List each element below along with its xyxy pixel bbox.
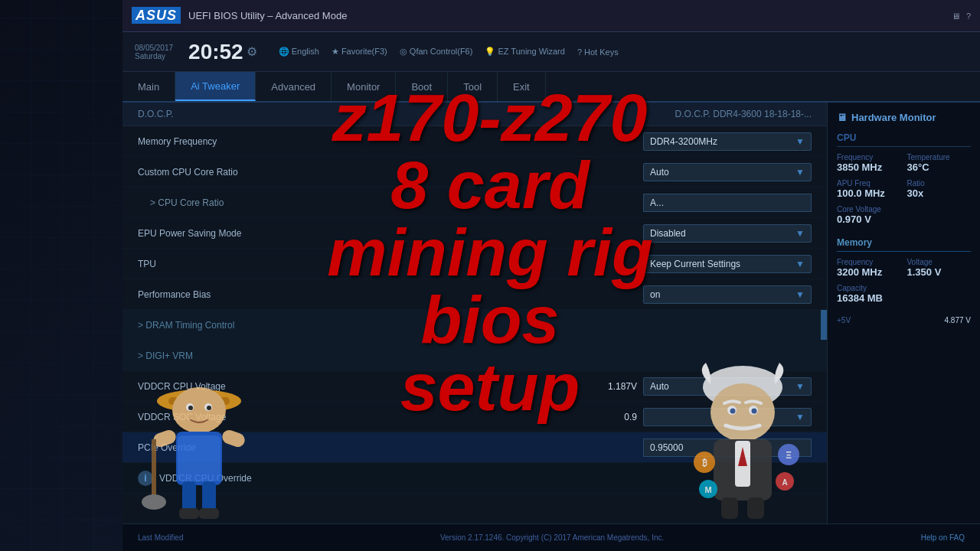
- time-display: 20:52: [188, 41, 243, 63]
- hw-temp-label: Temperature: [907, 153, 972, 161]
- vddcr-override-label: VDDCR CPU Override: [159, 473, 812, 484]
- hw-temp-value: 36°C: [907, 161, 972, 173]
- setting-row-pcie-override: PCIe Override 0.95000: [122, 432, 827, 463]
- docp-value: D.O.C.P. DDR4-3600 18-18-18-...: [675, 109, 812, 119]
- setting-row-dram-timing[interactable]: > DRAM Timing Control: [122, 310, 827, 341]
- setting-row-vddcr-cpu: VDDCR CPU Voltage 1.187V Auto ▼: [122, 371, 827, 402]
- setting-row-vddcr-override: i VDDCR CPU Override: [122, 463, 827, 494]
- datetime-block: 08/05/2017 Saturday: [135, 44, 173, 60]
- day-text: Saturday: [135, 52, 173, 60]
- hw-mem-voltage-value: 1.350 V: [907, 266, 972, 278]
- voltage-item-5v: +5V 4.877 V: [837, 316, 971, 324]
- epu-power-value: Disabled: [650, 228, 686, 239]
- hw-cpu-grid: Frequency 3850 MHz Temperature 36°C APU …: [837, 153, 971, 225]
- last-modified-text: Last Modified: [138, 533, 183, 542]
- perf-bias-dropdown[interactable]: on ▼: [643, 285, 812, 304]
- shortcut-favorite[interactable]: ★ Favorite(F3): [332, 47, 387, 57]
- monitor-icon: 🖥: [952, 11, 960, 21]
- tpu-arrow: ▼: [795, 259, 805, 269]
- tab-exit[interactable]: Exit: [498, 72, 546, 101]
- hw-stat-core-voltage: Core Voltage 0.970 V: [837, 205, 971, 225]
- dram-timing-label: > DRAM Timing Control: [138, 320, 812, 331]
- setting-row-perf-bias: Performance Bias on ▼: [122, 279, 827, 310]
- vddcr-cpu-label: VDDCR CPU Voltage: [138, 381, 608, 392]
- docp-label: D.O.C.P.: [138, 109, 173, 119]
- vddcr-cpu-dropdown-value: Auto: [650, 381, 669, 392]
- tpu-value: Keep Current Settings: [650, 259, 740, 269]
- hw-apu-value: 100.0 MHz: [837, 187, 901, 199]
- hw-core-voltage-value: 0.970 V: [837, 214, 971, 225]
- vddcr-cpu-arrow: ▼: [795, 381, 805, 392]
- faq-link[interactable]: Help on FAQ: [921, 533, 965, 542]
- hw-mem-freq-label: Frequency: [837, 258, 901, 266]
- hw-memory-section: Memory Frequency 3200 MHz Voltage 1.350 …: [837, 237, 971, 304]
- shortcut-hotkeys[interactable]: ? Hot Keys: [577, 47, 619, 57]
- hw-monitor-title-text: Hardware Monitor: [851, 112, 936, 123]
- tab-ai-tweaker[interactable]: Ai Tweaker: [175, 72, 256, 101]
- pcie-override-value: 0.95000: [650, 442, 683, 453]
- hw-voltage-bar: +5V 4.877 V: [837, 316, 971, 324]
- digi-vrm-label: > DIGI+ VRM: [138, 350, 812, 361]
- vddcr-soc-voltage-val: 0.9: [624, 412, 637, 422]
- custom-cpu-core-ratio-dropdown[interactable]: Auto ▼: [643, 163, 812, 181]
- cpu-core-ratio-label: > CPU Core Ratio: [150, 197, 643, 208]
- hw-core-voltage-label: Core Voltage: [837, 205, 971, 214]
- tab-main[interactable]: Main: [122, 72, 175, 101]
- monitor-icon: 🖥: [837, 112, 847, 123]
- datetime-bar: 08/05/2017 Saturday 20:52 ⚙ 🌐 English ★ …: [122, 32, 980, 72]
- setting-row-memory-frequency: Memory Frequency DDR4-3200MHz ▼: [122, 126, 827, 157]
- memory-frequency-value: DDR4-3200MHz: [650, 136, 717, 147]
- hw-stat-mem-capacity: Capacity 16384 MB: [837, 284, 971, 304]
- setting-row-tpu: TPU Keep Current Settings ▼: [122, 249, 827, 279]
- hw-memory-grid: Frequency 3200 MHz Voltage 1.350 V Capac…: [837, 258, 971, 304]
- hw-monitor-panel: 🖥 Hardware Monitor CPU Frequency 3850 MH…: [827, 103, 980, 523]
- epu-power-label: EPU Power Saving Mode: [138, 228, 643, 239]
- bios-title: UEFI BIOS Utility – Advanced Mode: [188, 10, 347, 21]
- nav-tabs: Main Ai Tweaker Advanced Monitor Boot To…: [122, 72, 980, 103]
- gear-icon[interactable]: ⚙: [247, 44, 257, 59]
- memory-frequency-dropdown[interactable]: DDR4-3200MHz ▼: [643, 132, 812, 151]
- hw-apu-label: APU Freq: [837, 179, 901, 187]
- hw-cpu-section: CPU Frequency 3850 MHz Temperature 36°C …: [837, 132, 971, 225]
- shortcut-qfan[interactable]: ◎ Qfan Control(F6): [400, 47, 473, 57]
- hw-stat-ratio: Ratio 30x: [907, 179, 972, 199]
- cpu-core-ratio-input[interactable]: A...: [643, 194, 812, 212]
- hw-stat-mem-voltage: Voltage 1.350 V: [907, 258, 972, 278]
- asus-logo: ASUS: [132, 8, 181, 24]
- setting-row-epu-power: EPU Power Saving Mode Disabled ▼: [122, 218, 827, 249]
- content-area: D.O.C.P. D.O.C.P. DDR4-3600 18-18-18-...…: [122, 103, 980, 523]
- setting-row-vddcr-soc: VDDCR SOC Voltage 0.9 ▼: [122, 402, 827, 432]
- settings-panel: D.O.C.P. D.O.C.P. DDR4-3600 18-18-18-...…: [122, 103, 827, 523]
- hw-mem-freq-value: 3200 MHz: [837, 266, 901, 278]
- vddcr-soc-arrow: ▼: [795, 412, 805, 422]
- tab-advanced[interactable]: Advanced: [256, 72, 332, 101]
- tpu-dropdown[interactable]: Keep Current Settings ▼: [643, 255, 812, 273]
- hw-freq-value: 3850 MHz: [837, 161, 901, 173]
- hw-freq-label: Frequency: [837, 153, 901, 161]
- hw-monitor-title: 🖥 Hardware Monitor: [837, 112, 971, 123]
- vddcr-soc-dropdown[interactable]: ▼: [643, 408, 812, 426]
- hw-ratio-value: 30x: [907, 187, 972, 199]
- vddcr-cpu-dropdown[interactable]: Auto ▼: [643, 377, 812, 396]
- setting-row-custom-cpu-core-ratio: Custom CPU Core Ratio Auto ▼: [122, 157, 827, 187]
- hw-stat-frequency: Frequency 3850 MHz: [837, 153, 901, 173]
- tab-tool[interactable]: Tool: [448, 72, 498, 101]
- epu-power-dropdown[interactable]: Disabled ▼: [643, 224, 812, 243]
- hw-stat-apu-freq: APU Freq 100.0 MHz: [837, 179, 901, 199]
- voltage-5v-value: 4.877 V: [945, 316, 971, 324]
- cpu-core-ratio-value: A...: [650, 197, 664, 208]
- setting-row-digi-vrm[interactable]: > DIGI+ VRM: [122, 341, 827, 371]
- memory-frequency-arrow: ▼: [795, 136, 805, 147]
- tab-boot[interactable]: Boot: [396, 72, 448, 101]
- tpu-label: TPU: [138, 259, 643, 269]
- hw-mem-voltage-label: Voltage: [907, 258, 972, 266]
- pcie-override-input[interactable]: 0.95000: [643, 439, 812, 457]
- hw-mem-capacity-value: 16384 MB: [837, 292, 971, 304]
- shortcut-wizard[interactable]: 💡 EZ Tuning Wizard: [485, 47, 564, 57]
- tab-monitor[interactable]: Monitor: [332, 72, 396, 101]
- epu-power-arrow: ▼: [795, 228, 805, 239]
- shortcut-english[interactable]: 🌐 English: [279, 47, 319, 57]
- custom-cpu-core-ratio-value: Auto: [650, 167, 669, 178]
- header-right: 🖥 ?: [952, 11, 971, 21]
- hw-mem-capacity-label: Capacity: [837, 284, 971, 292]
